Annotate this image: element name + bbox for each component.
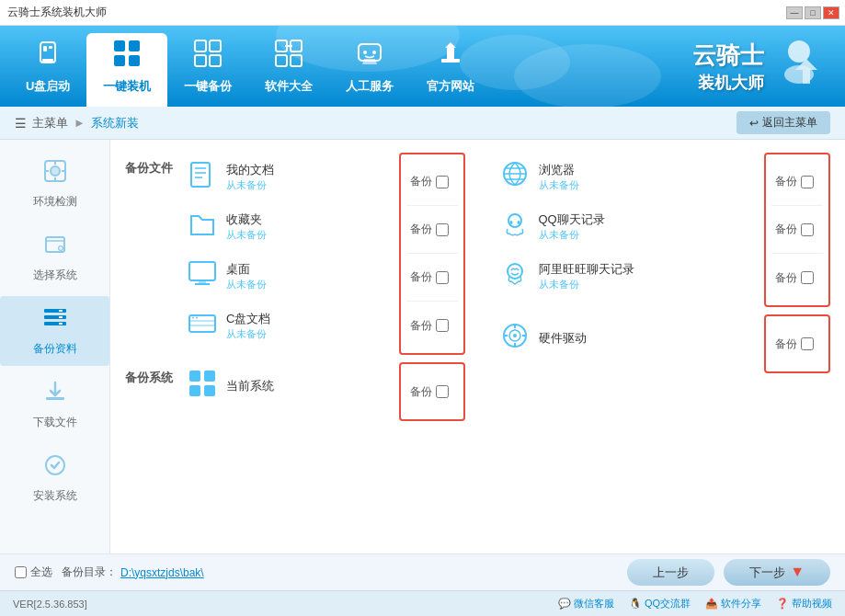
svg-point-54 (509, 221, 512, 224)
checkbox-mydocs[interactable] (436, 176, 449, 188)
desktop-name: 桌面 (226, 261, 300, 278)
nav-item-usb[interactable]: U盘启动 (9, 26, 86, 107)
currentsys-name: 当前系统 (226, 378, 300, 394)
checkbox-aliww[interactable] (801, 271, 814, 284)
svg-point-59 (513, 334, 517, 337)
favorites-info: 收藏夹 从未备份 (226, 211, 300, 242)
svg-point-19 (372, 51, 376, 54)
checkbox-qq[interactable] (801, 223, 814, 236)
svg-rect-46 (204, 371, 215, 382)
list-item-driver: 硬件驱动 (491, 314, 759, 362)
next-button[interactable]: 下一步 ▼ (724, 559, 830, 586)
sidebar-item-env[interactable]: 环境检测 (0, 149, 109, 219)
driver-info: 硬件驱动 (539, 330, 612, 347)
backup-check-aliww: 备份 (771, 254, 823, 302)
close-button[interactable]: ✕ (823, 6, 839, 19)
svg-rect-45 (189, 371, 200, 382)
nav-item-onekey-install[interactable]: 一键装机 (86, 33, 167, 107)
qq-name: QQ聊天记录 (539, 211, 612, 228)
mydocs-name: 我的文档 (226, 162, 300, 178)
next-arrow-icon: ▼ (790, 564, 805, 579)
maximize-button[interactable]: □ (805, 6, 821, 19)
checkbox-driver[interactable] (801, 337, 814, 350)
list-item-mydocs: 我的文档 从未备份 (178, 153, 394, 200)
back-button[interactable]: ↩ 返回主菜单 (737, 111, 830, 134)
status-link-qq-group[interactable]: 🐧 QQ交流群 (629, 597, 691, 610)
prev-button[interactable]: 上一步 (627, 559, 714, 586)
checkbox-cdocs[interactable] (436, 319, 449, 332)
breadcrumb-home[interactable]: 主菜单 (32, 115, 68, 131)
svg-rect-9 (210, 40, 221, 51)
backup-check-currentsys: 备份 (406, 368, 458, 416)
checkbox-currentsys[interactable] (436, 385, 449, 398)
backup-files-checkboxes: 备份 备份 备份 备份 (399, 153, 465, 355)
checkbox-browser[interactable] (801, 176, 814, 188)
brand-text: 云骑士 装机大师 (692, 40, 764, 94)
svg-point-43 (192, 316, 194, 318)
backup-dir-info: 备份目录： D:\yqsxtzjds\bak\ (62, 565, 204, 580)
env-icon (42, 158, 68, 190)
status-link-share[interactable]: 📤 软件分享 (705, 597, 761, 610)
content-area: 备份文件 我的文档 (110, 140, 845, 553)
nav-item-website[interactable]: 官方网站 (410, 26, 491, 107)
select-all-checkbox[interactable] (15, 566, 27, 578)
favorites-status: 从未备份 (226, 228, 300, 242)
list-item-qq: QQ聊天记录 从未备份 (491, 202, 759, 250)
svg-rect-37 (189, 262, 215, 280)
website-icon (436, 39, 465, 73)
svg-rect-2 (49, 46, 52, 49)
cdocs-status: 从未备份 (226, 327, 300, 341)
svg-rect-34 (46, 397, 64, 400)
app-title: 云骑士系统装机大师 (7, 5, 838, 20)
svg-rect-25 (51, 167, 59, 175)
favorites-name: 收藏夹 (226, 211, 300, 228)
svg-point-44 (196, 316, 198, 318)
checkbox-desktop[interactable] (436, 271, 449, 284)
svg-rect-3 (42, 59, 53, 62)
cdocs-info: C盘文档 从未备份 (226, 311, 300, 341)
svg-point-18 (363, 51, 367, 54)
mydocs-icon (186, 159, 219, 195)
usb-icon (33, 39, 63, 73)
nav-item-software[interactable]: 软件大全 (248, 26, 329, 107)
sidebar-label-download: 下载文件 (33, 415, 77, 430)
mydocs-status: 从未备份 (226, 178, 300, 192)
browser-icon (498, 159, 531, 195)
sidebar-item-download[interactable]: 下载文件 (0, 370, 109, 439)
sidebar-item-select[interactable]: 选择系统 (0, 222, 109, 292)
sidebar: 环境检测 选择系统 (0, 140, 110, 553)
status-link-wechat[interactable]: 💬 微信客服 (558, 597, 614, 610)
svg-rect-10 (195, 55, 206, 66)
nav-label-usb: U盘启动 (26, 78, 70, 95)
sidebar-item-backup[interactable]: 备份资料 (0, 296, 109, 366)
svg-rect-31 (59, 310, 63, 312)
svg-rect-42 (189, 325, 215, 326)
nav-item-onekey-backup[interactable]: 一键备份 (167, 26, 248, 107)
download-icon (42, 379, 68, 411)
desktop-status: 从未备份 (226, 278, 300, 291)
backup-check-driver: 备份 (771, 320, 823, 368)
sidebar-label-select: 选择系统 (33, 268, 77, 283)
currentsys-info: 当前系统 (226, 378, 300, 394)
desktop-icon (186, 258, 219, 294)
onekey-install-icon (112, 39, 142, 73)
minimize-button[interactable]: — (786, 6, 803, 19)
svg-rect-48 (204, 385, 215, 396)
currentsys-icon (186, 369, 219, 405)
qq-group-icon: 🐧 (629, 598, 642, 610)
backup-right-checkboxes: 备份 备份 备份 (764, 153, 830, 307)
install-icon (42, 452, 68, 485)
brand-area: 云骑士 装机大师 (692, 33, 827, 99)
svg-rect-4 (114, 40, 125, 51)
checkbox-favorites[interactable] (436, 223, 449, 236)
desktop-info: 桌面 从未备份 (226, 261, 300, 291)
select-icon (42, 232, 68, 264)
help-icon: ❓ (776, 598, 789, 610)
sidebar-item-install[interactable]: 安装系统 (0, 443, 109, 513)
select-all-label[interactable]: 全选 (15, 565, 52, 580)
nav-item-service[interactable]: 人工服务 (329, 26, 410, 107)
status-link-help[interactable]: ❓ 帮助视频 (776, 597, 832, 610)
backup-dir-link[interactable]: D:\yqsxtzjds\bak\ (120, 566, 204, 579)
svg-rect-41 (189, 320, 215, 322)
qq-status: 从未备份 (539, 228, 612, 242)
